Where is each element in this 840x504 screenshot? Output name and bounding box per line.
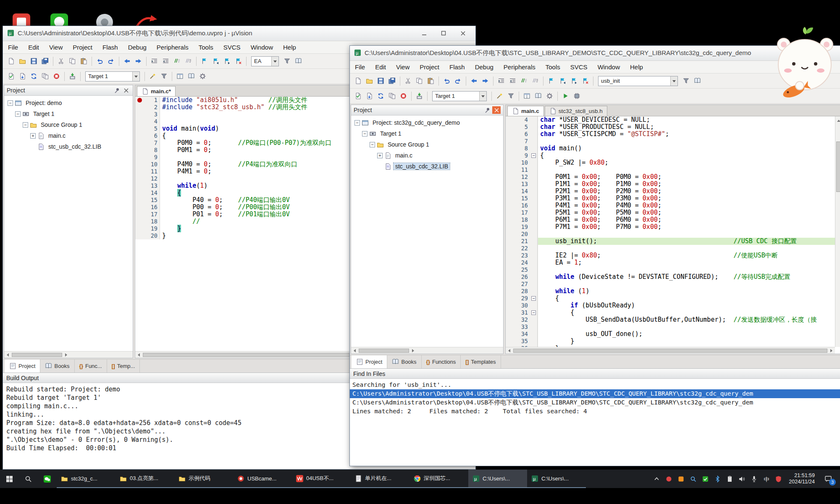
breakpoint-margin[interactable]: [135, 147, 144, 154]
code-text[interactable]: P_SW2 |= 0x80;: [540, 159, 835, 166]
tray-bt-icon[interactable]: [711, 470, 724, 488]
breakpoint-icon[interactable]: [137, 98, 142, 102]
tree-item-stc-usb-cdc-32-lib[interactable]: stc_usb_cdc_32.LIB: [351, 161, 503, 172]
menu-project[interactable]: Project: [68, 41, 97, 53]
breakpoint-margin[interactable]: [506, 116, 512, 123]
combo-dropdown-icon[interactable]: [670, 76, 677, 86]
tree-item-source-group-1[interactable]: − Source Group 1: [351, 139, 503, 150]
taskbar-search-button[interactable]: [19, 470, 38, 488]
breakpoint-margin[interactable]: [135, 204, 144, 211]
fold-margin[interactable]: [530, 245, 538, 252]
indent-button[interactable]: [496, 75, 507, 87]
code-text[interactable]: [540, 138, 835, 145]
flag-button[interactable]: [546, 75, 557, 87]
tray-gcheck-icon[interactable]: [699, 470, 711, 488]
code-text[interactable]: char *USER_STCISPCMD = "@STCISP#";: [540, 131, 835, 138]
redo-button[interactable]: [105, 55, 117, 67]
saveall-button[interactable]: [39, 55, 51, 67]
breakpoint-margin[interactable]: [506, 138, 512, 145]
fold-margin[interactable]: −: [530, 152, 538, 159]
code-text[interactable]: [540, 231, 835, 238]
fold-margin[interactable]: [530, 159, 538, 166]
breakpoint-margin[interactable]: [135, 175, 144, 182]
breakpoint-margin[interactable]: [506, 259, 512, 266]
dock-tab-books[interactable]: Books: [40, 360, 74, 373]
paste-button[interactable]: [425, 75, 436, 87]
project-panel[interactable]: Project − Project: stc32g_cdc_query_demo…: [351, 105, 504, 354]
load-button[interactable]: [414, 90, 425, 102]
code-line-26[interactable]: 26 while (DeviceState != DEVSTATE_CONFIG…: [506, 273, 835, 281]
code-text[interactable]: }: [540, 338, 835, 345]
code-line-25[interactable]: 25: [506, 266, 835, 273]
pin-icon[interactable]: [113, 87, 121, 94]
tree-item-project-stc32g-cdc-query-demo[interactable]: − Project: stc32g_cdc_query_demo: [351, 117, 503, 128]
rebuild-button[interactable]: [375, 90, 386, 102]
flagclear-button[interactable]: [233, 55, 244, 67]
code-text[interactable]: while (1): [540, 288, 835, 295]
fold-margin[interactable]: [530, 173, 538, 181]
code-text[interactable]: char *USER_PRODUCTDESC = NULL;: [540, 123, 835, 131]
stop-button[interactable]: [398, 90, 409, 102]
dock-tab-func[interactable]: {}Func...: [75, 360, 107, 373]
code-line-35[interactable]: 35 }: [506, 338, 835, 345]
code-text[interactable]: P2M1 = 0x00; P2M0 = 0x00;: [540, 188, 835, 195]
find-in-files-panel[interactable]: Find In Files Searching for 'usb_init'..…: [350, 368, 840, 466]
code-line-11[interactable]: 11: [506, 166, 835, 173]
saveall-button[interactable]: [386, 75, 398, 87]
taskbar-app-folder-stc32g[interactable]: stc32g_c...: [57, 470, 116, 488]
code-line-28[interactable]: 28 while (1): [506, 288, 835, 295]
code-line-5[interactable]: 5char *USER_PRODUCTDESC = NULL;: [506, 123, 835, 131]
copy-button[interactable]: [67, 55, 78, 67]
breakpoint-margin[interactable]: [135, 104, 144, 111]
breakpoint-margin[interactable]: [135, 211, 144, 218]
tree-item-target-1[interactable]: − Target 1: [4, 108, 133, 119]
menu-peripherals[interactable]: Peripherals: [499, 61, 541, 73]
tree-item-stc-usb-cdc-32-lib[interactable]: stc_usb_cdc_32.LIB: [4, 141, 133, 152]
build-button[interactable]: [364, 90, 375, 102]
tree-item-main-c[interactable]: + main.c: [351, 150, 503, 161]
fold-margin[interactable]: [530, 331, 538, 338]
rebuild-button[interactable]: [28, 71, 39, 82]
folder-button[interactable]: [364, 75, 375, 87]
breakpoint-margin[interactable]: [506, 216, 512, 223]
undo-button[interactable]: [94, 55, 105, 67]
taskbar-app-wps-doc[interactable]: 04USB不...: [292, 470, 351, 488]
taskbar-clock[interactable]: 21:51:59 2024/11/24: [785, 472, 819, 485]
fold-margin[interactable]: [530, 209, 538, 216]
fold-margin[interactable]: [530, 195, 538, 202]
tray-bsearch-icon[interactable]: [687, 470, 699, 488]
find-combo[interactable]: EA: [251, 56, 279, 66]
code-text[interactable]: EA = 1;: [540, 259, 835, 266]
funnel-button[interactable]: [680, 75, 692, 87]
project-panel[interactable]: Project − Project: demo − Target 1 − Sou…: [4, 85, 133, 358]
translate-button[interactable]: [352, 90, 364, 102]
funnel-button[interactable]: [505, 90, 517, 102]
tray-ime-icon[interactable]: 中: [760, 470, 772, 488]
breakpoint-margin[interactable]: [135, 118, 144, 125]
taskbar-app-uvision-2[interactable]: µC:\Users\...: [527, 470, 586, 488]
breakpoint-margin[interactable]: [135, 225, 144, 232]
tree-item-source-group-1[interactable]: − Source Group 1: [4, 119, 133, 130]
breakpoint-margin[interactable]: [506, 223, 512, 231]
fold-margin[interactable]: [530, 181, 538, 188]
fold-margin[interactable]: [530, 323, 538, 331]
code-text[interactable]: void main(): [540, 145, 835, 152]
breakpoint-margin[interactable]: [135, 197, 144, 204]
fold-margin[interactable]: [530, 259, 538, 266]
code-line-12[interactable]: 12 P0M1 = 0x00; P0M0 = 0x00;: [506, 173, 835, 181]
breakpoint-margin[interactable]: [135, 168, 144, 175]
breakpoint-margin[interactable]: [506, 323, 512, 331]
code-text[interactable]: usb_init(); //USB CDC 接口配置: [540, 238, 835, 245]
breakpoint-margin[interactable]: [506, 131, 512, 138]
find-combo[interactable]: usb_init: [598, 76, 678, 86]
fwd-button[interactable]: [133, 55, 144, 67]
desktop-icon-gray-app[interactable]: [95, 13, 114, 26]
batch-button[interactable]: [39, 71, 51, 82]
code-area[interactable]: 4char *USER_DEVICEDESC = NULL;5char *USE…: [506, 116, 840, 354]
flagclear-button[interactable]: [580, 75, 591, 87]
book-button[interactable]: [186, 71, 197, 82]
find-result-line[interactable]: Lines matched: 2 Files matched: 2 Total …: [350, 407, 840, 416]
code-line-17[interactable]: 17 P5M1 = 0x00; P5M0 = 0x00;: [506, 209, 835, 216]
fold-margin[interactable]: [530, 202, 538, 209]
tray-orangedot-icon[interactable]: [675, 470, 687, 488]
